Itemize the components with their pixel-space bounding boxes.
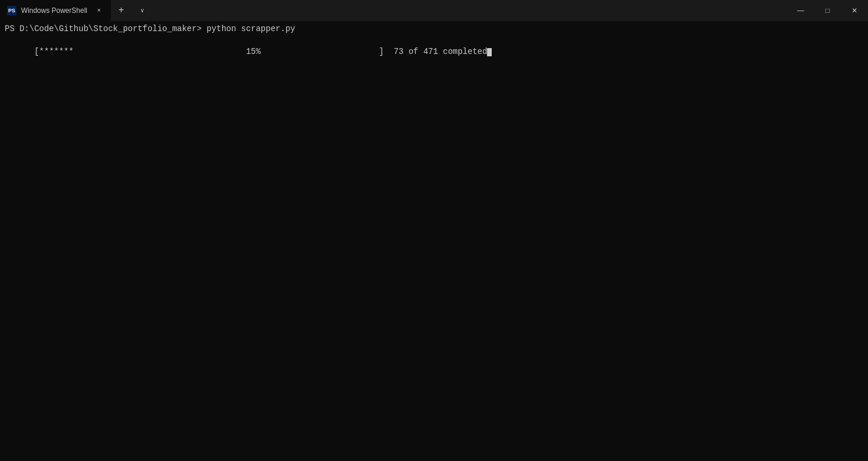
- tab-title: Windows PowerShell: [21, 6, 87, 15]
- progress-line: [******* 15% ] 73 of 471 completed: [5, 35, 863, 70]
- powershell-window: PS Windows PowerShell × + ∨ — □ ✕ PS D:\…: [0, 0, 868, 461]
- minimize-button[interactable]: —: [787, 0, 814, 21]
- new-tab-button[interactable]: +: [111, 0, 132, 21]
- active-tab[interactable]: PS Windows PowerShell ×: [0, 0, 111, 21]
- terminal-body[interactable]: PS D:\Code\Github\Stock_portfolio_maker>…: [0, 21, 868, 461]
- titlebar: PS Windows PowerShell × + ∨ — □ ✕: [0, 0, 868, 21]
- tab-dropdown-button[interactable]: ∨: [132, 0, 153, 21]
- terminal-cursor: [487, 48, 492, 56]
- progress-text: [******* 15% ] 73 of 471 completed: [34, 47, 487, 56]
- prompt-line: PS D:\Code\Github\Stock_portfolio_maker>…: [5, 23, 863, 35]
- tab-close-button[interactable]: ×: [94, 6, 104, 15]
- window-controls: — □ ✕: [787, 0, 868, 21]
- maximize-button[interactable]: □: [814, 0, 841, 21]
- titlebar-left: PS Windows PowerShell × + ∨: [0, 0, 153, 21]
- close-button[interactable]: ✕: [841, 0, 868, 21]
- powershell-icon: PS: [7, 6, 16, 15]
